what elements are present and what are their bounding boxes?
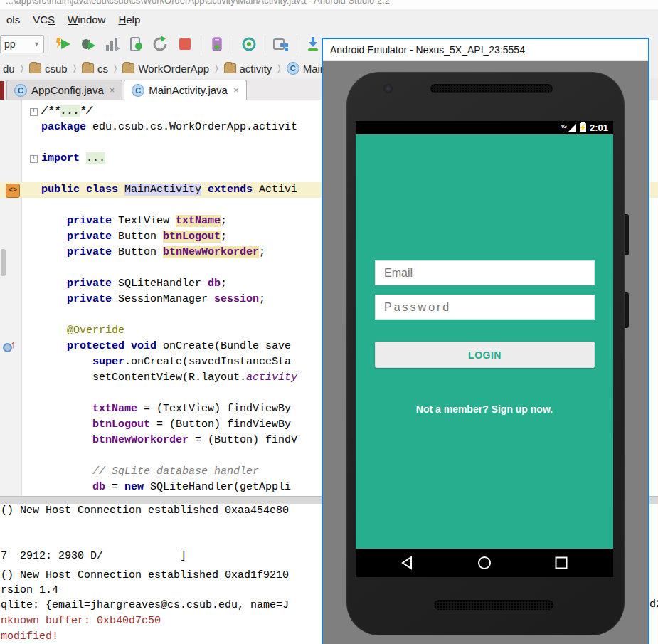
rerun-button[interactable]: [150, 33, 171, 55]
tab-label: MainActivity.java: [149, 84, 228, 96]
sdk-manager-button[interactable]: [302, 33, 324, 55]
code-text: protected void onCreate(Bundle save: [41, 339, 291, 354]
toolbar-separator: [201, 35, 201, 53]
rerun-icon: [152, 36, 169, 53]
breadcrumb-item[interactable]: activity: [223, 63, 274, 75]
profile-button[interactable]: [102, 33, 123, 55]
code-text: private SessionManager session;: [41, 292, 265, 307]
folder-icon: [224, 63, 236, 73]
class-icon: C: [287, 62, 299, 75]
signup-link[interactable]: Not a member? Sign up now.: [356, 403, 613, 415]
bottom-speaker: [434, 600, 553, 610]
console-error-line: modified!: [1, 630, 58, 643]
debug-icon: [80, 36, 97, 53]
run-button[interactable]: [53, 33, 75, 55]
chevron-right-icon: 〉: [114, 63, 117, 74]
code-text: txtName = (TextView) findViewBy: [41, 401, 291, 417]
code-text: private SQLiteHandler db;: [41, 276, 227, 292]
password-field[interactable]: [375, 295, 595, 320]
menu-item[interactable]: ols: [0, 14, 26, 26]
battery-charging-icon: ⚡: [580, 123, 586, 132]
emulator-window[interactable]: Android Emulator - Nexus_5X_API_23:5554 …: [322, 38, 649, 644]
console-text-fragment: d2: [649, 598, 658, 611]
code-text: db = new SQLiteHandler(getAppli: [41, 480, 291, 495]
phone-device: 4G ⚡ 2:01 LOGIN Not a member? Sign up no…: [346, 72, 625, 635]
code-text: import ...: [41, 151, 105, 167]
console-log-line: () New Host Connection established 0xaa4…: [1, 504, 289, 517]
code-text: private Button btnLogout;: [41, 229, 227, 245]
run-icon: [55, 36, 73, 53]
chevron-down-icon: ▼: [33, 41, 40, 48]
chevron-right-icon: 〉: [277, 63, 280, 74]
emulator-title-bar[interactable]: Android Emulator - Nexus_5X_API_23:5554: [323, 39, 648, 61]
folder-icon: [122, 63, 134, 73]
project-structure-icon: [272, 36, 290, 53]
attach-debugger-button[interactable]: [126, 33, 147, 55]
code-text: setContentView(R.layout.activity: [41, 370, 297, 386]
menu-item[interactable]: Help: [112, 14, 147, 26]
toolbar-separator: [48, 35, 48, 53]
login-activity: LOGIN Not a member? Sign up now.: [356, 134, 613, 549]
console-log-line: qlite: {email=jhargreaves@cs.csub.edu, n…: [1, 598, 289, 612]
network-type-label: 4G: [561, 124, 567, 129]
window-title: ...\app\src\main\java\edu\csub\cs\WorkOr…: [6, 0, 390, 6]
console-error-line: nknown buffer: 0xb40d7c50: [1, 614, 161, 628]
stop-button[interactable]: [174, 33, 196, 55]
toolbar-separator: [233, 35, 233, 53]
breadcrumb-label: cs: [97, 63, 108, 75]
status-clock: 2:01: [590, 122, 608, 133]
tool-window-stripe: [0, 81, 4, 100]
code-text: btnLogout = (Button) findViewBy: [41, 417, 291, 433]
front-camera-icon: [383, 84, 393, 93]
close-icon[interactable]: ×: [110, 85, 115, 95]
fold-toggle[interactable]: +: [30, 155, 38, 163]
class-icon: C: [14, 84, 27, 97]
breadcrumb-item[interactable]: du: [1, 63, 16, 75]
toolbar-separator: [297, 35, 297, 53]
folder-icon: [82, 63, 94, 73]
close-icon[interactable]: ×: [233, 85, 239, 95]
line-highlight-overflow: [649, 182, 658, 198]
breadcrumb-label: WorkOrderApp: [138, 63, 209, 75]
back-button[interactable]: [400, 555, 415, 571]
code-text: super.onCreate(savedInstanceSta: [41, 354, 291, 370]
email-field[interactable]: [375, 260, 595, 285]
breadcrumb-item[interactable]: csub: [28, 63, 69, 75]
android-nav-bar: [356, 549, 613, 577]
code-text: private Button btnNewWorkorder;: [41, 245, 265, 260]
toolbar-separator: [265, 35, 265, 53]
sync-project-button[interactable]: [238, 33, 260, 55]
overrides-method-icon[interactable]: ↑: [3, 341, 17, 352]
fold-toggle[interactable]: +: [30, 108, 38, 116]
volume-button[interactable]: [625, 214, 629, 255]
avd-manager-button[interactable]: [206, 33, 228, 55]
run-configuration-label: pp: [4, 38, 16, 50]
emulator-content: 4G ⚡ 2:01 LOGIN Not a member? Sign up no…: [323, 61, 648, 644]
power-button[interactable]: [625, 292, 629, 328]
code-text: @Override: [41, 323, 124, 339]
run-configuration-dropdown[interactable]: pp ▼: [0, 35, 44, 53]
editor-tab[interactable]: CAppConfig.java×: [6, 80, 122, 100]
folder-icon: [29, 63, 41, 73]
menu-item[interactable]: Window: [61, 14, 112, 26]
code-text: /**...*/: [41, 104, 92, 120]
project-structure-button[interactable]: [270, 33, 292, 55]
breadcrumb-label: csub: [45, 63, 68, 75]
code-text: public class MainActivity extends Activi: [41, 182, 297, 198]
attach-debugger-icon: [128, 36, 145, 53]
editor-tab[interactable]: CMainActivity.java×: [124, 80, 246, 100]
signal-icon: 4G: [561, 124, 576, 132]
chevron-right-icon: 〉: [215, 63, 218, 74]
breadcrumb-item[interactable]: WorkOrderApp: [121, 63, 211, 75]
chevron-right-icon: 〉: [73, 63, 76, 74]
profiler-icon: [104, 36, 121, 53]
home-button[interactable]: [477, 555, 492, 571]
console-log-line: rsion 1.4: [1, 584, 58, 597]
android-component-icon[interactable]: <>: [6, 184, 20, 198]
recents-button[interactable]: [553, 555, 569, 571]
debug-button[interactable]: [78, 33, 99, 55]
breadcrumb-item[interactable]: cs: [80, 63, 110, 75]
menu-item[interactable]: VCS: [26, 14, 61, 26]
console-log-line: 7 2912: 2930 D/ ]: [1, 549, 186, 563]
login-button[interactable]: LOGIN: [375, 342, 595, 368]
